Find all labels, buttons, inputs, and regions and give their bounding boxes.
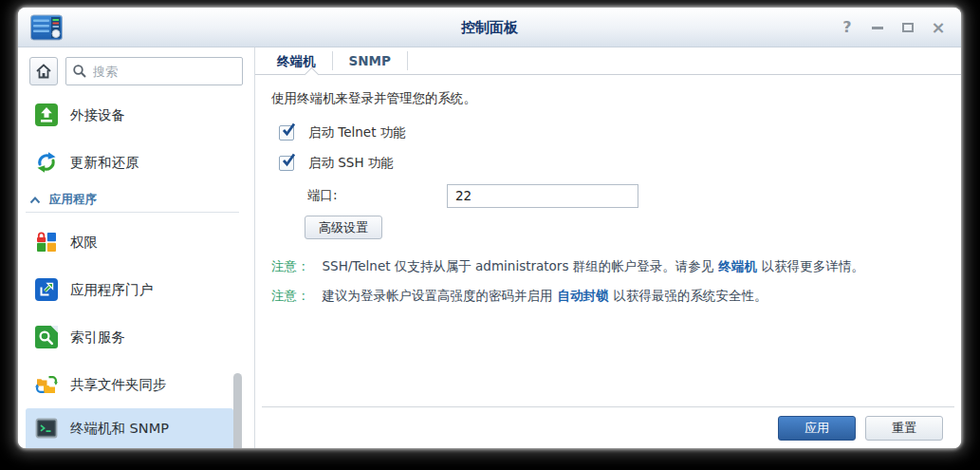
main-layout: 外接设备 更新和还原 应用程序 xyxy=(18,47,961,448)
note-prefix: 注意： xyxy=(271,288,310,304)
panel-description: 使用终端机来登录并管理您的系统。 xyxy=(271,90,961,107)
maximize-icon[interactable] xyxy=(900,20,915,35)
home-icon xyxy=(34,62,53,81)
window-controls: ? × xyxy=(840,8,946,47)
auto-block-link[interactable]: 自动封锁 xyxy=(558,288,609,303)
indexing-service-icon xyxy=(35,326,58,348)
titlebar: 控制面板 ? × xyxy=(18,8,961,47)
telnet-checkbox[interactable] xyxy=(279,125,294,141)
window-title: 控制面板 xyxy=(18,8,961,47)
sidebar-item-label: 索引服务 xyxy=(70,329,125,347)
home-button[interactable] xyxy=(29,57,58,85)
update-restore-icon xyxy=(35,151,58,174)
sidebar-item-label: 外接设备 xyxy=(70,106,125,124)
sidebar-item-external-devices[interactable]: 外接设备 xyxy=(26,91,233,139)
reset-button[interactable]: 重置 xyxy=(865,416,943,441)
privileges-icon xyxy=(35,231,58,254)
sidebar-item-shared-folder-sync[interactable]: 共享文件夹同步 xyxy=(26,361,233,408)
sidebar-section-applications[interactable]: 应用程序 xyxy=(26,190,239,213)
sidebar-toolbar xyxy=(18,47,254,85)
sidebar: 外接设备 更新和还原 应用程序 xyxy=(18,47,255,448)
sidebar-item-label: 权限 xyxy=(70,234,98,252)
checkmark-icon xyxy=(281,152,297,168)
sidebar-section-label: 应用程序 xyxy=(49,192,97,208)
telnet-checkbox-row[interactable]: 启动 Telnet 功能 xyxy=(279,122,961,143)
ssh-checkbox[interactable] xyxy=(279,156,294,171)
sidebar-item-terminal-snmp[interactable]: 终端机和 SNMP xyxy=(26,408,233,448)
tab-strip: 终端机 SNMP xyxy=(255,47,961,75)
advanced-settings-button[interactable]: 高级设置 xyxy=(305,216,382,239)
sidebar-item-label: 更新和还原 xyxy=(70,154,139,172)
checkmark-icon xyxy=(281,122,297,138)
note-text: SSH/Telnet 仅支持从属于 administrators 群组的帐户登录… xyxy=(323,258,864,274)
minimize-icon[interactable] xyxy=(870,20,885,35)
sidebar-item-application-portal[interactable]: 应用程序门户 xyxy=(26,266,233,313)
tab-terminal[interactable]: 终端机 xyxy=(261,51,333,70)
sidebar-item-privileges[interactable]: 权限 xyxy=(26,218,233,266)
tab-snmp[interactable]: SNMP xyxy=(333,51,408,70)
external-device-icon xyxy=(35,103,58,126)
footer: 应用 重置 xyxy=(255,406,961,448)
note-password-strength: 注意： 建议为登录帐户设置高强度的密码并启用自动封锁以获得最强的系统安全性。 xyxy=(271,288,940,304)
sidebar-item-label: 应用程序门户 xyxy=(70,281,153,299)
terminal-icon xyxy=(35,417,58,440)
help-icon[interactable]: ? xyxy=(840,20,855,35)
sidebar-item-label: 共享文件夹同步 xyxy=(70,376,167,394)
close-icon[interactable]: × xyxy=(931,20,946,35)
sidebar-item-update-restore[interactable]: 更新和还原 xyxy=(26,139,233,186)
note-admin-login: 注意： SSH/Telnet 仅支持从属于 administrators 群组的… xyxy=(271,258,940,274)
telnet-checkbox-label: 启动 Telnet 功能 xyxy=(308,124,406,141)
port-input[interactable] xyxy=(447,184,638,208)
terminal-help-link[interactable]: 终端机 xyxy=(718,258,757,273)
footer-buttons: 应用 重置 xyxy=(255,408,961,441)
note-prefix: 注意： xyxy=(271,258,310,274)
terminal-panel: 使用终端机来登录并管理您的系统。 启动 Telnet 功能 xyxy=(255,75,961,304)
ssh-checkbox-label: 启动 SSH 功能 xyxy=(308,155,394,172)
port-label: 端口: xyxy=(307,187,447,204)
ssh-checkbox-row[interactable]: 启动 SSH 功能 xyxy=(279,153,961,174)
search-box xyxy=(65,57,243,85)
content-pane: 终端机 SNMP 使用终端机来登录并管理您的系统。 启动 Telnet 功能 xyxy=(255,47,961,448)
note-text: 建议为登录帐户设置高强度的密码并启用自动封锁以获得最强的系统安全性。 xyxy=(323,288,767,304)
sidebar-items: 外接设备 更新和还原 应用程序 xyxy=(18,85,254,448)
search-icon xyxy=(72,64,87,83)
app-portal-icon xyxy=(35,278,58,301)
control-panel-window: 控制面板 ? × xyxy=(18,8,961,448)
chevron-up-icon xyxy=(29,196,41,204)
search-input[interactable] xyxy=(65,57,243,85)
shared-folder-sync-icon xyxy=(35,373,58,396)
apply-button[interactable]: 应用 xyxy=(778,416,856,441)
port-row: 端口: xyxy=(307,183,961,208)
sidebar-item-indexing-service[interactable]: 索引服务 xyxy=(26,313,233,361)
sidebar-item-label: 终端机和 SNMP xyxy=(70,420,169,438)
sidebar-scrollbar-thumb[interactable] xyxy=(233,373,242,448)
